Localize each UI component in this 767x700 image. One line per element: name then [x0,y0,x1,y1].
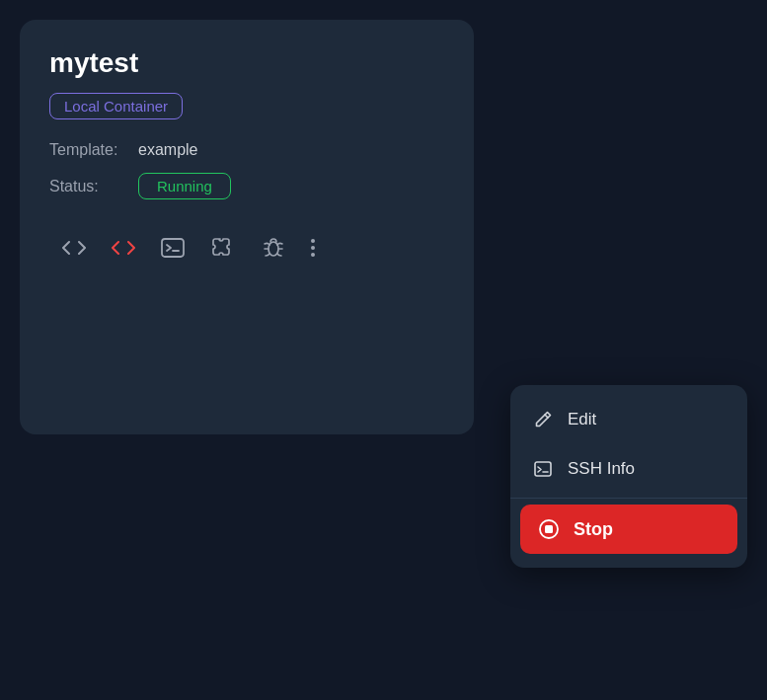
svg-rect-5 [535,462,551,476]
container-card: mytest Local Container Template: example… [20,20,474,434]
ssh-info-label: SSH Info [568,459,635,479]
svg-rect-7 [545,525,553,533]
code-bracket-icon[interactable] [61,237,87,259]
svg-rect-0 [162,239,184,257]
edit-icon [532,409,554,430]
puzzle-icon[interactable] [209,235,237,261]
status-badge: Running [138,173,231,199]
stop-icon [538,518,560,540]
template-row: Template: example [49,141,444,159]
svg-point-2 [311,239,315,243]
menu-divider [510,498,747,499]
more-options-icon[interactable] [310,237,316,259]
stop-label: Stop [574,519,613,540]
status-label: Status: [49,178,138,195]
local-container-badge: Local Container [49,93,183,119]
terminal-icon[interactable] [160,237,186,259]
ssh-info-item[interactable]: SSH Info [510,444,747,494]
stop-item[interactable]: Stop [520,505,737,554]
edit-item[interactable]: Edit [510,395,747,444]
code-bracket-red-icon[interactable] [111,237,136,259]
svg-point-4 [311,253,315,257]
container-title: mytest [49,47,444,79]
status-row: Status: Running [49,173,444,199]
template-label: Template: [49,141,138,159]
template-value: example [138,141,197,159]
ssh-icon [532,458,554,480]
actions-row [49,235,444,261]
bug-icon[interactable] [261,235,286,261]
dropdown-menu: Edit SSH Info Stop [510,385,747,568]
edit-label: Edit [568,410,596,429]
svg-point-3 [311,246,315,250]
